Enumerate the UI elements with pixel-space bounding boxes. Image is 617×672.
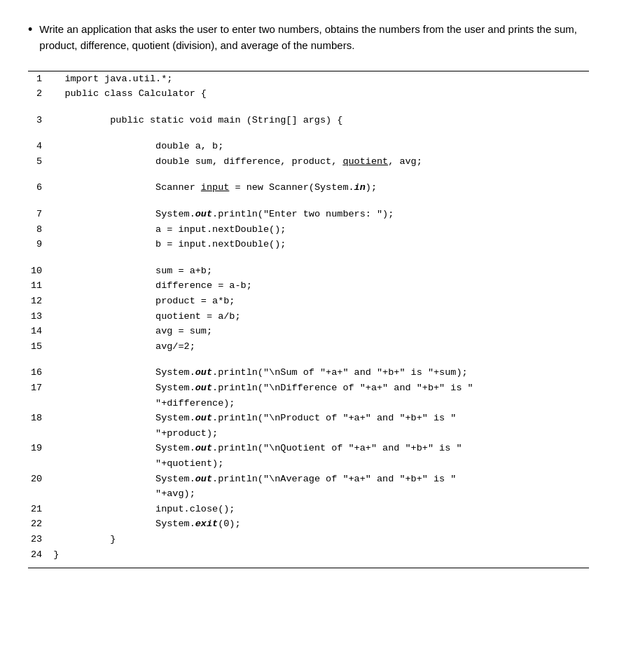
bold-italic-in: in: [354, 182, 366, 193]
spacer-row: [28, 252, 589, 263]
line-number: 4: [28, 139, 53, 154]
line-code: "+product);: [53, 426, 589, 441]
line-number: 10: [28, 263, 53, 279]
line-number: [28, 426, 53, 441]
line-code: avg/=2;: [53, 339, 589, 355]
table-row: 22 System.exit(0);: [28, 516, 589, 532]
line-code: import java.util.*;: [53, 71, 589, 87]
bold-italic-out: out: [195, 474, 212, 484]
table-row: 2 public class Calculator {: [28, 86, 589, 102]
bullet-section: • Write an application that asks the use…: [28, 21, 589, 54]
line-code: product = a*b;: [53, 294, 589, 309]
spacer-row: [28, 196, 589, 207]
line-code: System.exit(0);: [53, 516, 589, 532]
bold-italic-exit: exit: [195, 519, 218, 529]
table-row: 8 a = input.nextDouble();: [28, 222, 589, 238]
line-number: 8: [28, 222, 53, 238]
line-code: b = input.nextDouble();: [53, 237, 589, 252]
line-code: public class Calculator {: [53, 86, 589, 102]
table-row: 17 System.out.println("\nDifference of "…: [28, 380, 589, 396]
line-number: 22: [28, 516, 53, 532]
line-number: 20: [28, 472, 53, 487]
line-code: System.out.println("\nProduct of "+a+" a…: [53, 411, 589, 426]
line-code: avg = sum;: [53, 324, 589, 339]
table-row: "+quotient);: [28, 456, 589, 472]
line-number: 2: [28, 86, 53, 102]
table-row: 19 System.out.println("\nQuotient of "+a…: [28, 441, 589, 456]
table-row: "+avg);: [28, 486, 589, 502]
table-row: 14 avg = sum;: [28, 324, 589, 339]
spacer-row: [28, 102, 589, 113]
line-number: 15: [28, 339, 53, 355]
table-row: "+difference);: [28, 396, 589, 411]
table-row: 15 avg/=2;: [28, 339, 589, 355]
line-number: 24: [28, 547, 53, 563]
line-number: 12: [28, 294, 53, 309]
line-number: 9: [28, 237, 53, 252]
table-row: 18 System.out.println("\nProduct of "+a+…: [28, 411, 589, 426]
line-number: 16: [28, 365, 53, 380]
line-code: difference = a-b;: [53, 278, 589, 294]
table-row: 1 import java.util.*;: [28, 71, 589, 87]
table-row: 5 double sum, difference, product, quoti…: [28, 154, 589, 170]
line-code: System.out.println("\nQuotient of "+a+" …: [53, 441, 589, 456]
table-row: 20 System.out.println("\nAverage of "+a+…: [28, 472, 589, 487]
line-number: 14: [28, 324, 53, 339]
underline-quotient: quotient: [342, 156, 388, 167]
line-code: "+difference);: [53, 396, 589, 411]
line-code: }: [53, 532, 589, 547]
line-number: 3: [28, 113, 53, 128]
line-number: [28, 456, 53, 472]
line-code: System.out.println("\nSum of "+a+" and "…: [53, 365, 589, 380]
line-code: System.out.println("Enter two numbers: "…: [53, 207, 589, 222]
bold-italic-out: out: [195, 209, 212, 219]
line-code: quotient = a/b;: [53, 309, 589, 324]
code-table: 1 import java.util.*; 2 public class Cal…: [28, 71, 589, 563]
bold-italic-out: out: [195, 443, 212, 453]
table-row: 9 b = input.nextDouble();: [28, 237, 589, 252]
line-number: 17: [28, 380, 53, 396]
table-row: 16 System.out.println("\nSum of "+a+" an…: [28, 365, 589, 380]
line-code: sum = a+b;: [53, 263, 589, 279]
line-code: a = input.nextDouble();: [53, 222, 589, 238]
bold-italic-out: out: [195, 367, 212, 378]
line-number: 1: [28, 71, 53, 87]
line-code: public static void main (String[] args) …: [53, 113, 589, 128]
table-row: 24 }: [28, 547, 589, 563]
line-number: [28, 486, 53, 502]
bullet-dot: •: [28, 21, 32, 54]
bottom-divider: [28, 568, 589, 568]
line-number: 6: [28, 180, 53, 196]
table-row: "+product);: [28, 426, 589, 441]
line-number: 13: [28, 309, 53, 324]
table-row: 23 }: [28, 532, 589, 547]
line-number: 21: [28, 502, 53, 517]
table-row: 3 public static void main (String[] args…: [28, 113, 589, 128]
line-code: "+quotient);: [53, 456, 589, 472]
table-row: 7 System.out.println("Enter two numbers:…: [28, 207, 589, 222]
spacer-row: [28, 128, 589, 139]
line-number: 19: [28, 441, 53, 456]
line-code: }: [53, 547, 589, 563]
underline-input: input: [201, 182, 230, 193]
line-code: Scanner input = new Scanner(System.in);: [53, 180, 589, 196]
line-number: 23: [28, 532, 53, 547]
line-number: 5: [28, 154, 53, 170]
table-row: 13 quotient = a/b;: [28, 309, 589, 324]
table-row: 10 sum = a+b;: [28, 263, 589, 279]
code-block: 1 import java.util.*; 2 public class Cal…: [28, 71, 589, 563]
table-row: 4 double a, b;: [28, 139, 589, 154]
spacer-row: [28, 354, 589, 365]
bullet-text: Write an application that asks the user …: [39, 21, 589, 54]
bold-italic-out: out: [195, 413, 212, 423]
line-code: double sum, difference, product, quotien…: [53, 154, 589, 170]
table-row: 11 difference = a-b;: [28, 278, 589, 294]
line-code: "+avg);: [53, 486, 589, 502]
line-number: [28, 396, 53, 411]
line-number: 11: [28, 278, 53, 294]
table-row: 12 product = a*b;: [28, 294, 589, 309]
line-number: 7: [28, 207, 53, 222]
table-row: 6 Scanner input = new Scanner(System.in)…: [28, 180, 589, 196]
line-code: System.out.println("\nAverage of "+a+" a…: [53, 472, 589, 487]
bold-italic-out: out: [195, 383, 212, 393]
